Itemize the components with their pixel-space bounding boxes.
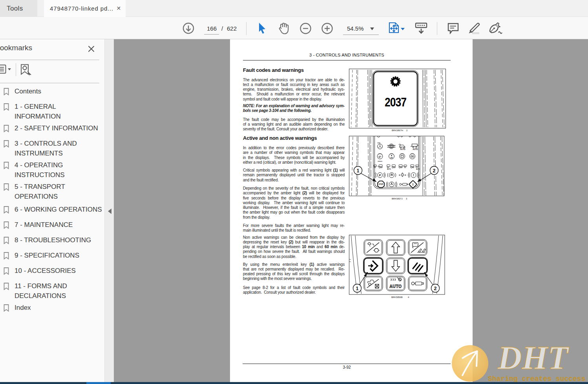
svg-text:AUTO: AUTO [387, 168, 391, 170]
svg-text:n/min: n/min [378, 160, 382, 162]
svg-text:AUTO: AUTO [413, 148, 418, 150]
svg-text:2: 2 [433, 168, 436, 174]
svg-text:1: 1 [356, 286, 359, 291]
svg-text:1: 1 [357, 168, 360, 174]
svg-text:2: 2 [434, 286, 437, 291]
svg-text:AUTO: AUTO [400, 148, 405, 150]
svg-text:AUTO: AUTO [389, 284, 402, 289]
svg-text:AUTO: AUTO [416, 168, 420, 170]
svg-text:!: ! [413, 173, 414, 177]
svg-text:2037: 2037 [385, 95, 406, 109]
svg-text:STOP: STOP [378, 183, 383, 185]
svg-text:!: ! [412, 182, 413, 187]
svg-text:kW: kW [391, 157, 393, 159]
svg-text:P: P [379, 174, 381, 177]
